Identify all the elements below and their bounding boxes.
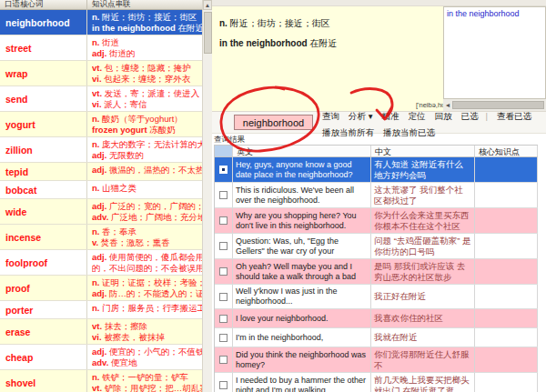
result-row[interactable]: Why are you shopping here? You don't liv… [215,208,538,234]
row-checkbox[interactable] [219,293,228,301]
definition-line: in the neighborhood 在附近 [92,23,202,34]
query-button[interactable]: 查询 [322,111,339,121]
definition-line: adj. 使用简便的，傻瓜都会用的；完全 [92,252,202,263]
row-checkbox[interactable] [219,216,228,225]
definition-line: vt. 包；缠绕；隐藏；掩护 [92,63,202,74]
selected-button[interactable]: 已选 [460,111,478,121]
toolbar-separator: | [485,111,487,121]
row-checkbox[interactable] [219,334,228,342]
header-checkbox-col [215,146,233,156]
vocab-word: tepid [0,163,87,180]
vocab-row-erase[interactable]: erasevt. 抹去；擦除vi. 被擦去，被抹掉 [0,319,202,345]
vocab-definition: n. 证明；证据；校样；考验；验证；adj. 防…的；不能透入的；证明用的； [87,276,202,300]
row-checkbox[interactable] [219,381,228,389]
vocab-scrollbar[interactable]: ▲ [202,0,212,392]
play-all-current-button[interactable]: 播放当前所有 [322,127,374,137]
vocab-definition: adj. 使用简便的，傻瓜都会用的；完全的，不出问题的；不会被误用的 [87,250,202,275]
result-row[interactable]: I needed to buy a hammer the other night… [215,373,538,392]
vocab-word: erase [0,319,87,344]
locate-button[interactable]: 定位 [408,111,425,121]
definition-area: n. 附近；街坊；接近；街区in the neighborhood 在附近 [212,6,443,112]
vocab-row-foolproof[interactable]: foolproofadj. 使用简便的，傻瓜都会用的；完全的，不出问题的；不会被… [0,250,202,276]
chinese-translation-cell: 我喜欢你住的社区 [371,309,475,327]
row-checkbox[interactable] [219,267,228,276]
english-sentence-cell: Why are you shopping here? You don't liv… [233,208,371,233]
vocab-definition: vt. 包；缠绕；隐藏；掩护vi. 包起来；缠绕；穿外衣 [87,61,202,85]
vocab-row-yogurt[interactable]: yogurtn. 酸奶（等于yoghurt）frozen yogurt 冻酸奶 [0,112,202,137]
result-row[interactable]: Oh yeah? Well maybe you and I should tak… [215,259,538,285]
vocab-row-wrap[interactable]: wrapvt. 包；缠绕；隐藏；掩护vi. 包起来；缠绕；穿外衣 [0,61,202,86]
vocab-row-shovel[interactable]: shoveln. 铁铲；一铲的量；铲车vt. 铲除；用铲挖；把…胡乱塞入 [0,370,202,392]
english-sentence-cell: This is ridiculous. We've been all over … [233,183,371,207]
chinese-translation-cell: 我正好在附近 [371,285,475,308]
vocab-row-tepid[interactable]: tepidadj. 微温的，温热的；不太热烈的；不 [0,163,202,181]
checkbox-cell [215,259,233,284]
checkbox-cell [215,208,233,233]
definition-line: n. 街道 [92,37,202,48]
toolbar: 查询分析 ▾精准定位回放已选|查看已选播放当前所有播放当前已选 [212,111,546,134]
result-row[interactable]: Hey, guys, anyone know a good date place… [215,157,538,183]
checkbox-cell [215,309,233,327]
definition-line: n. 山猫之类 [92,183,202,194]
col-header-knowledge-points: 知识点串联 [87,0,202,10]
row-checkbox[interactable] [219,315,228,323]
vocab-definition: adj. 微温的，温热的；不太热烈的；不 [87,163,202,180]
vocab-row-porter[interactable]: portern. 门房；服务员；行李搬运工；守门 [0,301,202,319]
vocab-row-neighborhood[interactable]: neighborhoodn. 附近；街坊；接近；街区in the neighbo… [0,10,202,35]
result-row[interactable]: This is ridiculous. We've been all over … [215,183,538,208]
core-points-cell [475,347,538,372]
scroll-up-icon[interactable]: ▲ [203,0,212,10]
checkbox-cell [215,157,233,182]
search-input[interactable] [234,115,313,130]
replay-button[interactable]: 回放 [434,111,451,121]
toolbar-buttons: 查询分析 ▾精准定位回放已选|查看已选播放当前所有播放当前已选 [313,106,546,139]
definition-line: frozen yogurt 冻酸奶 [92,125,202,136]
analyze-button[interactable]: 分析 ▾ [349,111,372,121]
row-checkbox[interactable] [219,166,228,174]
vocab-row-bobcat[interactable]: bobcatn. 山猫之类 [0,181,202,199]
result-row[interactable]: Well y'know I was just in the neighborho… [215,285,538,309]
vocab-row-wide[interactable]: wideadj. 广泛的；宽的，广阔的；张大的；adv. 广泛地；广阔地；充分地 [0,199,202,225]
row-checkbox[interactable] [219,242,228,250]
definition-line: adj. 街道的 [92,48,202,59]
definition-line: n. 证明；证据；校样；考验；验证； [92,277,202,288]
header-chinese: 中文 [371,146,475,156]
play-selected-current-button[interactable]: 播放当前已选 [383,127,435,137]
vocab-definition: vt. 发送，寄；派遣；使进入；发射vi. 派人；寄信 [87,86,202,111]
col-header-core-words: 口语核心词 [0,0,87,10]
result-row[interactable]: Question: Was, uh, "Egg the Gellers" the… [215,234,538,259]
vocab-row-street[interactable]: streetn. 街道adj. 街道的 [0,35,202,61]
vocab-row-zillion[interactable]: zillionn. 庞大的数字；无法计算的大数字adj. 无限数的 [0,137,202,163]
result-row[interactable]: I love your neighborhood.我喜欢你住的社区 [215,309,538,328]
vocab-definition: n. 庞大的数字；无法计算的大数字adj. 无限数的 [87,137,202,162]
english-sentence-cell: Question: Was, uh, "Egg the Gellers" the… [233,234,371,258]
result-row[interactable]: Did you think the neighborhood was homey… [215,347,538,373]
vocab-word: street [0,35,87,60]
phrase-box[interactable]: in the neighborhood [443,6,546,99]
definition-line: vt. 发送，寄；派遣；使进入；发射 [92,88,202,99]
vocab-row-send[interactable]: sendvt. 发送，寄；派遣；使进入；发射vi. 派人；寄信 [0,86,202,112]
chinese-translation-cell: 你为什么会来这里买东西 你根本不住在这个社区 [371,208,475,233]
vocab-scrollbar-thumb[interactable] [204,12,212,54]
vocab-row-incense[interactable]: incensen. 香；奉承v. 焚香；激怒；熏香 [0,225,202,250]
vocab-row-cheap[interactable]: cheapadj. 便宜的；小气的；不值钱的adv. 便宜地 [0,345,202,370]
definition-line: vi. 包起来；缠绕；穿外衣 [92,74,202,85]
vocab-row-proof[interactable]: proofn. 证明；证据；校样；考验；验证；adj. 防…的；不能透入的；证明… [0,276,202,301]
checkbox-cell [215,373,233,392]
core-points-cell [475,285,538,308]
vocab-definition: n. 门房；服务员；行李搬运工；守门 [87,301,202,318]
row-checkbox[interactable] [219,191,228,199]
core-points-cell [475,309,538,327]
english-sentence-cell: Did you think the neighborhood was homey… [233,347,371,372]
definition-line: adj. 广泛的；宽的，广阔的；张大的； [92,201,202,212]
row-checkbox[interactable] [219,356,228,364]
chinese-translation-cell: 你们觉得那附近住人舒服不 [371,347,475,372]
result-row[interactable]: I'm in the neighborhood,我就在附近 [215,328,538,347]
header-core-points: 核心知识点 [475,146,538,156]
view-selected-button[interactable]: 查看已选 [497,111,531,121]
definition-line: n. 附近；街坊；接近；街区 [92,12,202,23]
chinese-translation-cell: 这太荒谬了 我们整个社区都找过了 [371,183,475,207]
definition-line: n. 铁铲；一铲的量；铲车 [92,372,202,383]
precise-button[interactable]: 精准 [381,111,399,121]
english-sentence-cell: I love your neighborhood. [233,309,371,327]
